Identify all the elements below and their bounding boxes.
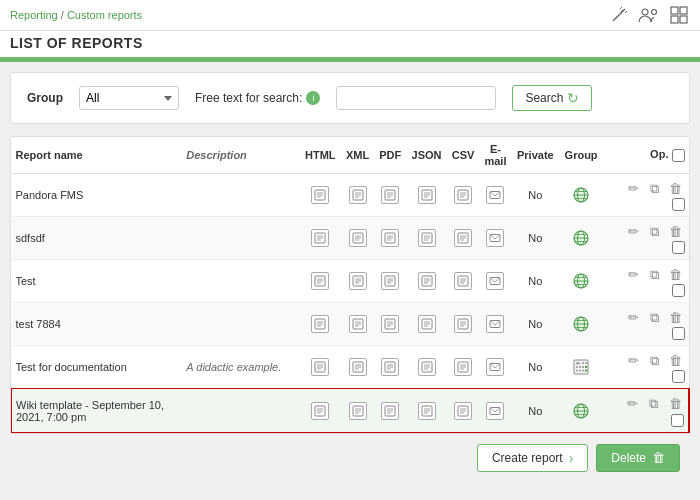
html-icon[interactable] [311,315,329,333]
grid-icon[interactable] [668,4,690,26]
edit-icon[interactable]: ✏ [624,351,642,369]
json-icon[interactable] [418,358,436,376]
copy-icon[interactable]: ⧉ [645,266,663,284]
select-all-checkbox[interactable] [672,149,685,162]
row-checkbox[interactable] [672,327,685,340]
email-icon[interactable] [486,358,504,376]
csv-icon[interactable] [454,402,472,420]
op-cell: ✏ ⧉ 🗑 [603,174,689,217]
search-input[interactable] [336,86,496,110]
html-icon[interactable] [311,186,329,204]
col-header-html: HTML [300,137,341,174]
row-checkbox[interactable] [672,370,685,383]
edit-icon[interactable]: ✏ [624,222,642,240]
delete-row-icon[interactable]: 🗑 [667,179,685,197]
json-icon[interactable] [418,186,436,204]
svg-rect-147 [585,370,587,372]
pdf-icon[interactable] [381,315,399,333]
delete-row-icon[interactable]: 🗑 [667,308,685,326]
edit-icon[interactable]: ✏ [624,265,642,283]
create-report-button[interactable]: Create report › [477,444,588,472]
html-icon[interactable] [311,229,329,247]
json-icon[interactable] [418,229,436,247]
xml-icon[interactable] [349,186,367,204]
json-icon[interactable] [418,402,436,420]
email-icon[interactable] [486,272,504,290]
breadcrumb-current[interactable]: Custom reports [67,9,142,21]
html-icon[interactable] [311,402,329,420]
pdf-icon[interactable] [381,402,399,420]
reports-table: Report name Description HTML XML PDF JSO… [10,136,690,434]
private-cell: No [512,346,560,389]
xml-icon[interactable] [349,229,367,247]
users-icon[interactable] [638,4,660,26]
delete-button[interactable]: Delete 🗑 [596,444,680,472]
private-cell: No [512,260,560,303]
pdf-icon[interactable] [381,358,399,376]
group-select[interactable]: All [79,86,179,110]
svg-rect-141 [579,366,581,368]
col-header-private: Private [512,137,560,174]
email-cell [479,303,511,346]
row-checkbox[interactable] [672,198,685,211]
copy-icon[interactable]: ⧉ [645,180,663,198]
csv-icon[interactable] [454,229,472,247]
svg-line-2 [620,7,622,9]
wand-icon[interactable] [608,4,630,26]
copy-icon[interactable]: ⧉ [645,395,663,413]
delete-row-icon[interactable]: 🗑 [667,265,685,283]
info-icon[interactable]: i [306,91,320,105]
group-cell [559,389,603,432]
edit-icon[interactable]: ✏ [624,179,642,197]
col-csv [447,217,480,260]
col-xml [341,346,374,389]
col-html [300,303,341,346]
json-icon[interactable] [418,315,436,333]
op-cell: ✏ ⧉ 🗑 [603,346,689,389]
row-checkbox[interactable] [672,284,685,297]
pdf-icon[interactable] [381,272,399,290]
search-button[interactable]: Search ↻ [512,85,592,111]
email-cell [479,217,511,260]
email-icon[interactable] [486,315,504,333]
page-title: LIST OF REPORTS [10,35,690,51]
row-checkbox[interactable] [671,414,684,427]
copy-icon[interactable]: ⧉ [645,223,663,241]
delete-row-icon[interactable]: 🗑 [667,351,685,369]
xml-icon[interactable] [349,402,367,420]
col-json [406,217,447,260]
svg-rect-140 [576,366,578,368]
xml-icon[interactable] [349,358,367,376]
edit-icon[interactable]: ✏ [624,308,642,326]
email-icon[interactable] [486,402,504,420]
row-checkbox[interactable] [672,241,685,254]
csv-icon[interactable] [454,272,472,290]
csv-icon[interactable] [454,186,472,204]
csv-icon[interactable] [454,315,472,333]
svg-rect-8 [680,7,687,14]
xml-icon[interactable] [349,315,367,333]
delete-row-icon[interactable]: 🗑 [666,394,684,412]
pdf-icon[interactable] [381,186,399,204]
col-header-group: Group [559,137,603,174]
delete-row-icon[interactable]: 🗑 [667,222,685,240]
edit-icon[interactable]: ✏ [624,394,642,412]
csv-icon[interactable] [454,358,472,376]
report-name: test 7884 [12,303,183,346]
html-icon[interactable] [311,358,329,376]
pdf-icon[interactable] [381,229,399,247]
copy-icon[interactable]: ⧉ [645,352,663,370]
json-icon[interactable] [418,272,436,290]
breadcrumb-parent[interactable]: Reporting [10,9,58,21]
email-cell [479,174,511,217]
email-icon[interactable] [486,186,504,204]
copy-icon[interactable]: ⧉ [645,309,663,327]
private-cell: No [512,174,560,217]
xml-icon[interactable] [349,272,367,290]
private-cell: No [512,217,560,260]
col-header-desc: Description [182,137,299,174]
html-icon[interactable] [311,272,329,290]
op-cell: ✏ ⧉ 🗑 [603,260,689,303]
email-icon[interactable] [486,229,504,247]
bottom-actions: Create report › Delete 🗑 [10,434,690,482]
